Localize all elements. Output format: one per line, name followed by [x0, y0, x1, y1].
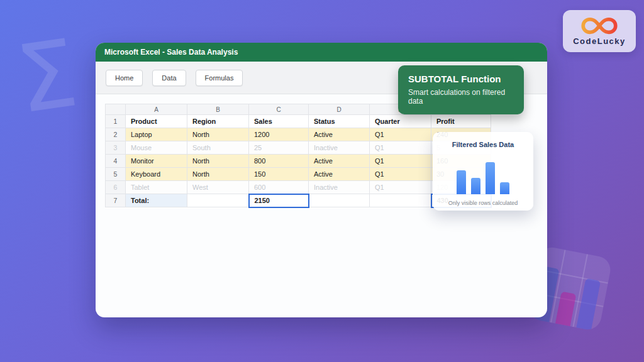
cell-E5[interactable]: Q1	[370, 168, 431, 181]
bar-4	[500, 182, 509, 194]
row-number-1[interactable]: 1	[106, 115, 126, 128]
cell-B2[interactable]: North	[187, 128, 249, 141]
infinity-icon	[580, 16, 618, 35]
tab-formulas[interactable]: Formulas	[196, 70, 243, 86]
bar-3	[486, 162, 495, 194]
sheet-row-1: 1ProductRegionSalesStatusQuarterProfit	[106, 115, 491, 128]
select-all-corner[interactable]	[106, 104, 126, 115]
cell-C1[interactable]: Sales	[249, 115, 309, 128]
window-titlebar: Microsoft Excel - Sales Data Analysis	[96, 43, 547, 62]
cell-D4[interactable]: Active	[309, 155, 370, 168]
cell-D2[interactable]: Active	[309, 128, 370, 141]
cell-A2[interactable]: Laptop	[126, 128, 187, 141]
row-number-3[interactable]: 3	[106, 141, 126, 155]
cell-C6[interactable]: 600	[249, 181, 309, 194]
cell-D3[interactable]: Inactive	[309, 141, 370, 155]
excel-window: Microsoft Excel - Sales Data Analysis Ho…	[96, 43, 547, 317]
bar-chart	[457, 162, 509, 194]
callout-subtitle: Smart calculations on filtered data	[408, 88, 514, 106]
column-header-a[interactable]: A	[126, 104, 187, 115]
cell-C7[interactable]: 2150	[249, 194, 309, 207]
column-header-c[interactable]: C	[249, 104, 309, 115]
cell-C4[interactable]: 800	[249, 155, 309, 168]
column-header-d[interactable]: D	[309, 104, 370, 115]
cell-D1[interactable]: Status	[309, 115, 370, 128]
cell-F1[interactable]: Profit	[431, 115, 491, 128]
cell-B3[interactable]: South	[187, 141, 249, 155]
row-number-5[interactable]: 5	[106, 168, 126, 181]
brand-name: CodeLucky	[573, 36, 626, 46]
chart-caption: Only visible rows calculated	[433, 200, 533, 206]
cell-B7[interactable]	[187, 194, 249, 207]
brand-badge: CodeLucky	[563, 10, 636, 52]
cell-E6[interactable]: Q1	[370, 181, 431, 194]
cell-E3[interactable]: Q1	[370, 141, 431, 155]
window-title: Microsoft Excel - Sales Data Analysis	[104, 48, 238, 57]
cell-B5[interactable]: North	[187, 168, 249, 181]
cell-E7[interactable]	[370, 194, 431, 207]
subtotal-callout: SUBTOTAL Function Smart calculations on …	[398, 65, 524, 114]
column-header-b[interactable]: B	[187, 104, 249, 115]
tab-data[interactable]: Data	[152, 70, 186, 86]
chart-title: Filtered Sales Data	[433, 141, 533, 148]
cell-A3[interactable]: Mouse	[126, 141, 187, 155]
bar-2	[471, 178, 480, 194]
row-number-4[interactable]: 4	[106, 155, 126, 168]
cell-A7[interactable]: Total:	[126, 194, 187, 207]
cell-D7[interactable]	[309, 194, 370, 207]
row-number-7[interactable]: 7	[106, 194, 126, 207]
cell-A6[interactable]: Tablet	[126, 181, 187, 194]
cell-A4[interactable]: Monitor	[126, 155, 187, 168]
cell-C5[interactable]: 150	[249, 168, 309, 181]
tab-home[interactable]: Home	[106, 70, 143, 86]
row-number-2[interactable]: 2	[106, 128, 126, 141]
cell-B6[interactable]: West	[187, 181, 249, 194]
cell-A5[interactable]: Keyboard	[126, 168, 187, 181]
sigma-watermark-icon: Σ	[11, 26, 82, 127]
cell-D6[interactable]: Inactive	[309, 181, 370, 194]
callout-title: SUBTOTAL Function	[408, 74, 514, 84]
cell-E4[interactable]: Q1	[370, 155, 431, 168]
cell-E2[interactable]: Q1	[370, 128, 431, 141]
bar-1	[457, 170, 466, 194]
page-background: Σ CodeLucky Microsoft Excel - Sales Data…	[0, 0, 644, 362]
cell-D5[interactable]: Active	[309, 168, 370, 181]
cell-A1[interactable]: Product	[126, 115, 187, 128]
cell-C3[interactable]: 25	[249, 141, 309, 155]
row-number-6[interactable]: 6	[106, 181, 126, 194]
filtered-sales-chart-card: Filtered Sales Data Only visible rows ca…	[433, 132, 533, 211]
cell-C2[interactable]: 1200	[249, 128, 309, 141]
cell-B4[interactable]: North	[187, 155, 249, 168]
cell-B1[interactable]: Region	[187, 115, 249, 128]
cell-E1[interactable]: Quarter	[370, 115, 431, 128]
